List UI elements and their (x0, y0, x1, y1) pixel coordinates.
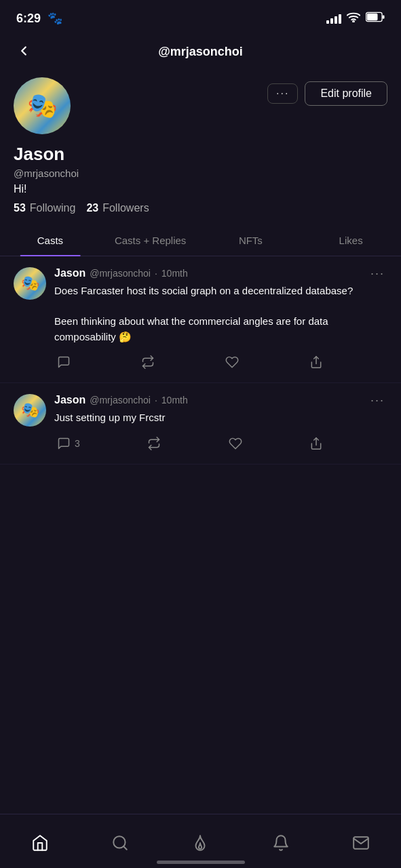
svg-point-0 (353, 21, 354, 22)
cast-handle: @mrjasonchoi (90, 395, 151, 406)
cast-content: Jason @mrjasonchoi · 10mth ··· Just sett… (54, 394, 387, 453)
wifi-icon (347, 12, 360, 25)
cast-more-button[interactable]: ··· (368, 267, 387, 279)
cast-handle: @mrjasonchoi (90, 268, 151, 279)
tab-likes[interactable]: Likes (301, 225, 401, 256)
reply-button[interactable] (54, 353, 73, 372)
cast-header-left: Jason @mrjasonchoi · 10mth (54, 394, 188, 406)
cast-actions: 3 (54, 434, 326, 453)
reply-count: 3 (75, 438, 80, 449)
like-button[interactable] (226, 434, 245, 453)
nav-search-button[interactable] (100, 830, 140, 856)
status-time: 6:29 (16, 12, 41, 26)
nav-flame-button[interactable] (180, 830, 220, 856)
tab-nfts[interactable]: NFTs (201, 225, 301, 256)
profile-name: Jason (14, 144, 387, 165)
cast-avatar: 🎭 (14, 394, 46, 427)
svg-rect-2 (367, 14, 378, 21)
cast-content: Jason @mrjasonchoi · 10mth ··· Does Farc… (54, 267, 387, 372)
signal-icon (326, 13, 341, 24)
cast-actions (54, 353, 326, 372)
cast-more-button[interactable]: ··· (368, 394, 387, 406)
profile-actions: ··· Edit profile (267, 81, 387, 106)
profile-stats: 53 Following 23 Followers (14, 202, 387, 214)
avatar: 🎭 (14, 77, 71, 134)
cast-time: · (155, 395, 157, 406)
svg-line-7 (123, 846, 127, 850)
casts-feed: 🎭 Jason @mrjasonchoi · 10mth ··· Does Fa… (0, 256, 401, 465)
cast-text: Does Farcaster host its social graph on … (54, 283, 387, 344)
tab-casts-replies[interactable]: Casts + Replies (100, 225, 201, 256)
share-button[interactable] (307, 353, 326, 372)
cast-time: · (155, 268, 157, 279)
cast-item: 🎭 Jason @mrjasonchoi · 10mth ··· Just se… (0, 383, 401, 465)
profile-bio: Hi! (14, 183, 387, 195)
profile-handle: @mrjasonchoi (14, 167, 387, 179)
recast-button[interactable] (138, 353, 157, 372)
followers-count: 23 (86, 202, 98, 214)
cast-header-left: Jason @mrjasonchoi · 10mth (54, 267, 188, 279)
cast-username: Jason (54, 267, 85, 279)
home-indicator (157, 861, 245, 864)
svg-rect-3 (383, 15, 385, 18)
followers-label: Followers (102, 202, 149, 214)
tab-casts[interactable]: Casts (0, 225, 100, 256)
bottom-nav (0, 814, 401, 868)
profile-tabs: Casts Casts + Replies NFTs Likes (0, 225, 401, 256)
profile-top: 🎭 ··· Edit profile (14, 77, 387, 134)
recast-button[interactable] (145, 434, 164, 453)
nav-notifications-button[interactable] (261, 830, 301, 856)
nav-messages-button[interactable] (341, 830, 381, 856)
profile-section: 🎭 ··· Edit profile Jason @mrjasonchoi Hi… (0, 69, 401, 214)
back-button[interactable] (14, 41, 34, 63)
reply-button[interactable]: 3 (54, 434, 83, 453)
status-icons (326, 12, 385, 25)
following-count: 53 (14, 202, 26, 214)
battery-icon (366, 12, 385, 25)
more-options-button[interactable]: ··· (267, 83, 298, 104)
edit-profile-button[interactable]: Edit profile (305, 81, 387, 106)
cast-timestamp: 10mth (161, 395, 188, 406)
nav-home-button[interactable] (20, 830, 60, 856)
cast-timestamp: 10mth (161, 268, 188, 279)
header-username: @mrjasonchoi (158, 45, 243, 59)
following-label: Following (30, 202, 76, 214)
profile-header: @mrjasonchoi (0, 34, 401, 69)
like-button[interactable] (223, 353, 242, 372)
cast-header: Jason @mrjasonchoi · 10mth ··· (54, 394, 387, 406)
status-bar: 6:29 🐾 (0, 0, 401, 34)
cast-text: Just setting up my Frcstr (54, 410, 387, 426)
share-button[interactable] (307, 434, 326, 453)
cast-item: 🎭 Jason @mrjasonchoi · 10mth ··· Does Fa… (0, 256, 401, 383)
cast-header: Jason @mrjasonchoi · 10mth ··· (54, 267, 387, 279)
cast-avatar: 🎭 (14, 267, 46, 300)
cast-username: Jason (54, 394, 85, 406)
paw-icon: 🐾 (47, 11, 62, 26)
